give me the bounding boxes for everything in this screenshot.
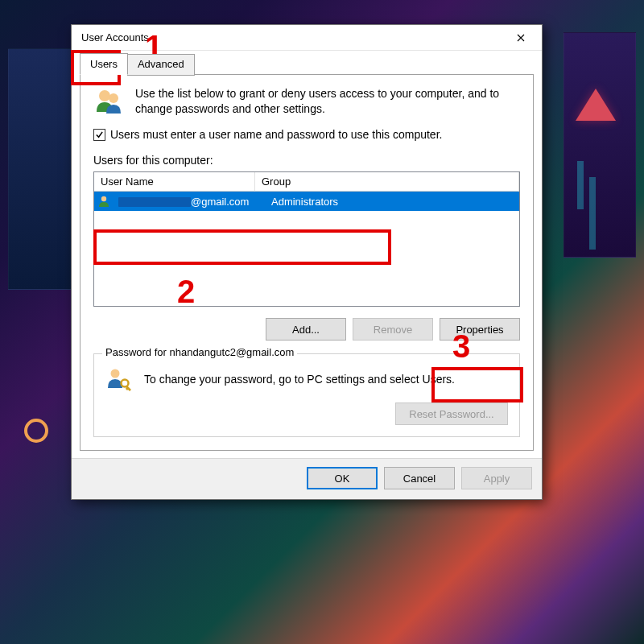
close-button[interactable]: [505, 27, 537, 49]
add-button[interactable]: Add...: [266, 318, 346, 341]
password-legend: Password for nhandangutc2@gmail.com: [102, 346, 297, 358]
tab-users[interactable]: Users: [80, 53, 128, 75]
password-text: To change your password, go to PC settin…: [144, 373, 455, 386]
users-list-label: Users for this computer:: [93, 154, 520, 167]
column-group[interactable]: Group: [255, 172, 519, 192]
svg-point-2: [101, 196, 106, 201]
user-group-cell: Administrators: [265, 196, 519, 208]
intro-text: Use the list below to grant or deny user…: [135, 86, 520, 117]
list-item[interactable]: @gmail.com Administrators: [94, 192, 519, 211]
reset-password-button[interactable]: Reset Password...: [395, 402, 508, 425]
cancel-button[interactable]: Cancel: [384, 467, 455, 489]
titlebar: User Accounts: [72, 25, 542, 51]
user-accounts-dialog: User Accounts Users Advanced Use the lis…: [71, 24, 543, 500]
tab-panel-users: Use the list below to grant or deny user…: [80, 74, 534, 451]
tabstrip: Users Advanced Use the list below to gra…: [72, 51, 542, 458]
users-group-icon: [93, 86, 124, 117]
user-key-icon: [105, 365, 133, 393]
checkbox-label: Users must enter a user name and passwor…: [110, 128, 442, 141]
tab-advanced[interactable]: Advanced: [127, 54, 195, 76]
window-title: User Accounts: [81, 31, 149, 43]
require-password-checkbox[interactable]: Users must enter a user name and passwor…: [93, 128, 520, 141]
svg-point-3: [111, 369, 120, 378]
column-user-name[interactable]: User Name: [94, 172, 255, 192]
redacted-username: [118, 197, 191, 207]
svg-point-0: [99, 90, 110, 101]
properties-button[interactable]: Properties: [440, 318, 520, 341]
password-groupbox: Password for nhandangutc2@gmail.com To c…: [93, 353, 520, 437]
user-icon: [97, 195, 110, 208]
users-listview[interactable]: User Name Group @gmail.com Administrator…: [93, 171, 520, 307]
svg-point-1: [109, 93, 118, 103]
user-name-cell: @gmail.com: [112, 196, 265, 208]
remove-button[interactable]: Remove: [353, 318, 433, 341]
apply-button[interactable]: Apply: [461, 467, 532, 489]
ok-button[interactable]: OK: [307, 467, 378, 489]
dialog-button-row: OK Cancel Apply: [72, 458, 542, 499]
listview-header: User Name Group: [94, 172, 519, 192]
checkbox-icon: [93, 129, 105, 141]
